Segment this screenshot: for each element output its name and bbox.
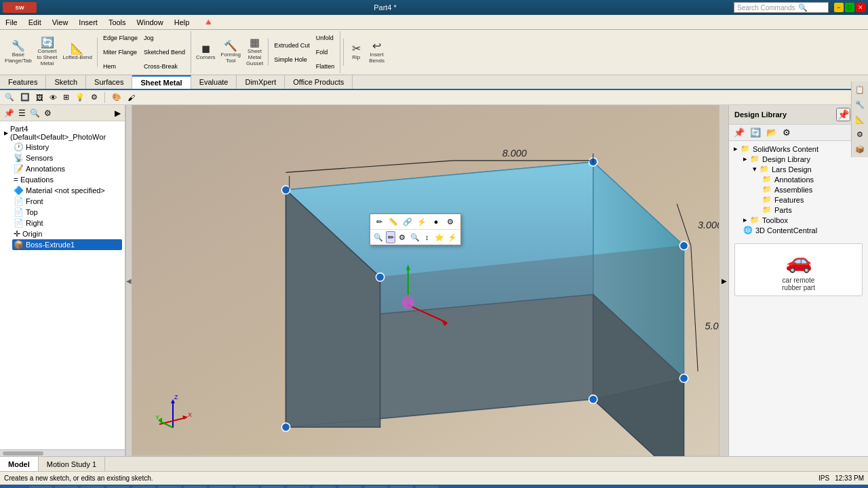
menu-tools[interactable]: Tools — [103, 17, 132, 28]
sheet-metal-gusset-button[interactable]: ▦ SheetMetalGusset — [244, 37, 265, 67]
tab-sheet-metal[interactable]: Sheet Metal — [132, 75, 191, 89]
btab-motion-study[interactable]: Motion Study 1 — [39, 457, 105, 471]
forming-tool-button[interactable]: 🔨 FormingTool — [219, 37, 243, 67]
display-style-button[interactable]: 🖼 — [34, 93, 45, 102]
ft-front[interactable]: 📄 Front — [12, 196, 122, 207]
cm-btn-4[interactable]: ⚡ — [416, 216, 428, 228]
rpt-btn-2[interactable]: 🔄 — [748, 127, 763, 138]
zoom-fit-button[interactable]: 🔍 — [3, 92, 16, 102]
menu-edit[interactable]: Edit — [23, 17, 47, 28]
side-icon-2[interactable]: 🔧 — [853, 98, 867, 111]
dt-sw-content[interactable]: ▸ 📁 SolidWorks Content — [732, 144, 865, 154]
ft-right[interactable]: 📄 Right — [12, 218, 122, 228]
left-collapse-handle[interactable]: ◀ — [125, 105, 132, 456]
ft-boss-extrude1[interactable]: 📦 Boss-Extrude1 — [12, 239, 122, 250]
rpt-btn-1[interactable]: 📌 — [732, 127, 747, 138]
ft-material[interactable]: 🔷 Material <not specified> — [12, 185, 122, 196]
cm-btn-12[interactable]: ⭐ — [434, 231, 445, 243]
ft-top[interactable]: 📄 Top — [12, 207, 122, 218]
rpt-btn-4[interactable]: ⚙ — [781, 127, 793, 138]
close-button[interactable]: ✕ — [856, 3, 865, 12]
dt-parts[interactable]: 📁 Parts — [760, 205, 865, 215]
convert-sheetmetal-button[interactable]: 🔄 Convertto SheetMetal — [35, 37, 60, 67]
cm-btn-1[interactable]: ✏ — [373, 216, 385, 228]
tab-dimxpert[interactable]: DimXpert — [237, 75, 285, 89]
cm-btn-6[interactable]: ⚙ — [444, 216, 456, 228]
cm-btn-10[interactable]: 🔍 — [410, 231, 420, 243]
cm-btn-2[interactable]: 📏 — [387, 216, 399, 228]
fold-button[interactable]: Fold — [313, 45, 338, 59]
tab-features[interactable]: Features — [0, 75, 46, 89]
library-card[interactable]: 🚗 car remoterubber part — [734, 243, 863, 296]
corners-button[interactable]: ◼ Corners — [194, 37, 217, 67]
view-orient-button[interactable]: 🔲 — [18, 92, 32, 102]
side-icon-3[interactable]: 📐 — [853, 113, 867, 126]
cm-btn-13[interactable]: ⚡ — [447, 231, 458, 243]
config-button[interactable]: ⚙ — [43, 108, 53, 119]
cm-btn-3[interactable]: 🔗 — [401, 216, 414, 228]
section-view-button[interactable]: ⊞ — [61, 92, 71, 102]
menu-view[interactable]: View — [47, 17, 74, 28]
unfold-button[interactable]: Unfold — [313, 31, 338, 45]
apply-scene-button[interactable]: 🎨 — [110, 92, 123, 102]
tab-office-products[interactable]: Office Products — [285, 75, 353, 89]
left-scrollbar[interactable] — [0, 449, 125, 456]
filter-button[interactable]: 🔍 — [28, 108, 41, 119]
view-settings-button[interactable]: ⚙ — [89, 92, 100, 102]
panel-pin-button[interactable]: 📌 — [836, 108, 850, 121]
pin-button[interactable]: 📌 — [3, 108, 16, 119]
menu-help[interactable]: Help — [169, 17, 195, 28]
viewport[interactable]: 8.000 3.000 5.000 — [132, 105, 719, 456]
cross-break-button[interactable]: Cross-Break — [141, 60, 188, 73]
dt-assemblies[interactable]: 📁 Assemblies — [760, 184, 865, 195]
ft-part4[interactable]: ▸ Part4 (Default<Default>_PhotoWor — [3, 124, 122, 142]
flatten-button[interactable]: Flatten — [313, 60, 338, 73]
hide-show-button[interactable]: 👁 — [47, 93, 59, 102]
cm-btn-7[interactable]: 🔍 — [373, 231, 384, 243]
dt-annotations[interactable]: 📁 Annotations — [760, 174, 865, 184]
tab-evaluate[interactable]: Evaluate — [191, 75, 237, 89]
btab-model[interactable]: Model — [0, 457, 39, 471]
dt-features[interactable]: 📁 Features — [760, 195, 865, 205]
maximize-button[interactable]: □ — [845, 3, 854, 12]
side-icon-4[interactable]: ⚙ — [853, 127, 867, 141]
insert-bends-button[interactable]: ↩ InsertBends — [367, 37, 387, 67]
rpt-btn-3[interactable]: 📂 — [764, 127, 779, 138]
search-bar[interactable]: Search Commands 🔍 — [734, 2, 829, 13]
dt-toolbox[interactable]: ▸ 📁 Toolbox — [741, 215, 865, 225]
cm-btn-11[interactable]: ↕ — [422, 231, 432, 243]
ft-annotations[interactable]: 📝 Annotations — [12, 163, 122, 174]
render-button[interactable]: 💡 — [73, 92, 87, 102]
sketched-bend-button[interactable]: Sketched Bend — [141, 45, 188, 59]
jog-button[interactable]: Jog — [141, 31, 188, 45]
cm-btn-9[interactable]: ⚙ — [397, 231, 407, 243]
ft-equations[interactable]: = Equations — [12, 174, 122, 185]
minimize-button[interactable]: − — [834, 3, 844, 12]
extruded-cut-button[interactable]: Extruded Cut — [271, 39, 313, 52]
lofted-bend-button[interactable]: 📐 Lofted-Bend — [60, 37, 94, 67]
simple-hole-button[interactable]: Simple Hole — [271, 53, 313, 66]
base-flange-button[interactable]: 🔧 BaseFlange/Tab — [3, 37, 34, 67]
side-icon-1[interactable]: 📋 — [853, 83, 867, 96]
side-icon-5[interactable]: 📦 — [853, 142, 867, 156]
right-collapse-handle[interactable]: ▶ — [719, 105, 729, 456]
cm-btn-8[interactable]: ✏ — [386, 231, 395, 243]
ft-sensors[interactable]: 📡 Sensors — [12, 152, 122, 163]
expand-button[interactable]: ▶ — [113, 108, 122, 119]
list-button[interactable]: ☰ — [17, 108, 27, 119]
miter-flange-button[interactable]: Miter Flange — [100, 45, 140, 59]
edge-flange-button[interactable]: Edge Flange — [100, 31, 140, 45]
cm-btn-5[interactable]: ● — [430, 216, 442, 228]
menu-file[interactable]: File — [0, 17, 23, 28]
ft-history[interactable]: 🕐 History — [12, 142, 122, 152]
rip-button[interactable]: ✂ Rip — [347, 37, 366, 67]
ft-origin[interactable]: ✛ Origin — [12, 228, 122, 239]
menu-window[interactable]: Window — [132, 17, 169, 28]
dt-lars-design[interactable]: ▾ 📁 Lars Design — [751, 164, 865, 174]
tab-sketch[interactable]: Sketch — [46, 75, 86, 89]
view-palette-button[interactable]: 🖌 — [125, 93, 137, 102]
menu-insert[interactable]: Insert — [73, 17, 103, 28]
search-icon[interactable]: 🔍 — [798, 3, 808, 12]
dt-design-library[interactable]: ▸ 📁 Design Library — [741, 154, 865, 164]
hem-button[interactable]: Hem — [100, 60, 140, 73]
